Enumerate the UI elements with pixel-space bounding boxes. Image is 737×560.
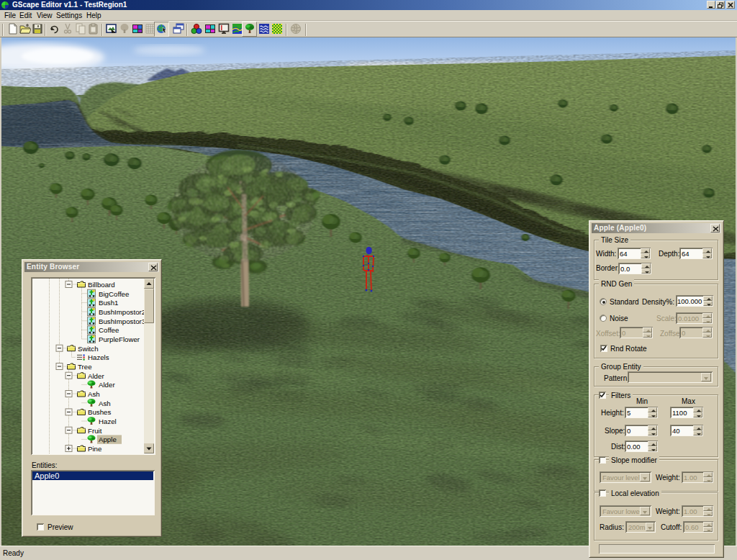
svg-text:PurpleFlower: PurpleFlower (99, 335, 140, 343)
svg-text:Switch: Switch (78, 345, 99, 353)
svg-text:Fruit: Fruit (88, 427, 102, 435)
svg-text:BushImpostor3: BushImpostor3 (99, 317, 145, 325)
svg-text:Bush1: Bush1 (99, 299, 118, 307)
svg-text:BigCoffee: BigCoffee (99, 290, 129, 298)
svg-text:Hazel: Hazel (99, 417, 117, 425)
svg-text:Ash: Ash (99, 399, 111, 407)
svg-text:Bushes: Bushes (88, 408, 111, 416)
svg-text:Ash: Ash (88, 390, 100, 398)
svg-text:Apple: Apple (99, 435, 117, 443)
svg-text:BushImpostor2: BushImpostor2 (99, 308, 145, 316)
svg-text:Alder: Alder (99, 381, 115, 389)
svg-text:Alder: Alder (88, 372, 104, 380)
svg-text:Billboard: Billboard (88, 281, 115, 289)
svg-text:Pine: Pine (88, 445, 101, 453)
svg-text:Coffee: Coffee (99, 326, 119, 334)
svg-text:Hazels: Hazels (88, 353, 109, 361)
svg-text:Tree: Tree (78, 363, 92, 371)
